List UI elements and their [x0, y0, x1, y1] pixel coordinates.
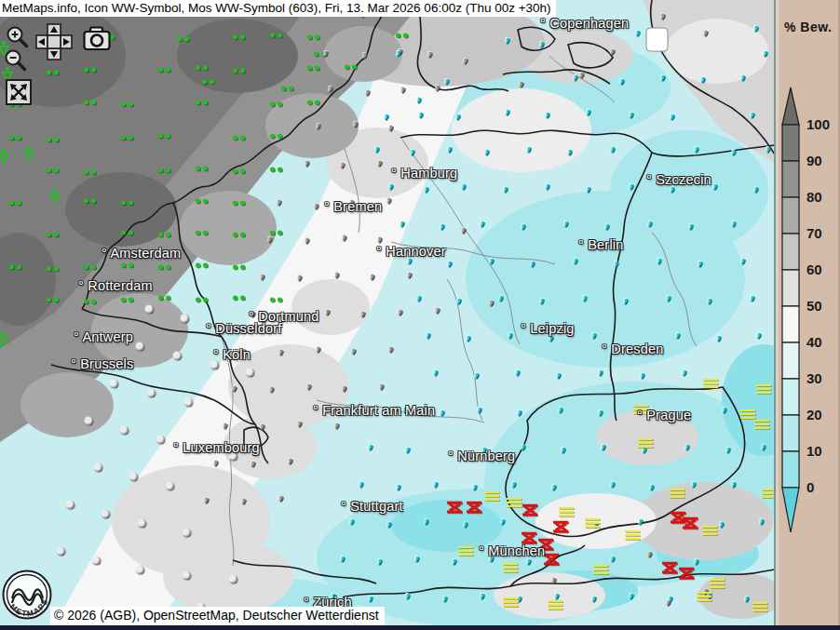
colorbar-top-tip: [782, 87, 799, 125]
colorbar-segment: [782, 161, 799, 197]
snapshot-button[interactable]: [83, 26, 111, 51]
metmaps-app: ° Copenhagen° Hamburg° Szczecin° Bremen°…: [0, 0, 840, 630]
colorbar-segment: [782, 270, 799, 306]
arrow-pad-icon: [35, 23, 73, 60]
colorbar-tick-label: 100: [806, 116, 830, 132]
colorbar-segment: [782, 197, 799, 234]
colorbar-tick-label: 50: [806, 298, 822, 314]
colorbar-segment: [782, 306, 799, 342]
colorbar-segment: [782, 379, 799, 415]
colorbar-segment: [782, 125, 799, 161]
zoom-out-button[interactable]: [4, 48, 28, 73]
colorbar-tick-label: 40: [806, 334, 822, 350]
magnifier-minus-icon: [4, 48, 28, 73]
colorbar-segment: [782, 234, 799, 270]
title-bar: MetMaps.info, Icon WW-Symbol, Mos WW-Sym…: [0, 0, 556, 17]
cloud-cover-shading: [0, 0, 775, 630]
colorbar-bottom-tip: [782, 488, 799, 532]
magnifier-plus-icon: [6, 25, 30, 49]
pan-control[interactable]: [35, 23, 73, 60]
attribution-bar[interactable]: © 2026 (AGB), OpenStreetMap, Deutscher W…: [50, 607, 385, 625]
expand-arrows-icon: [6, 79, 32, 105]
colorbar-segment: [782, 451, 799, 488]
colorbar-segment: [782, 342, 799, 379]
colorbar-tick-label: 10: [806, 443, 822, 459]
colorbar-tick-label: 70: [806, 225, 822, 241]
colorbar-tick-label: 80: [806, 189, 822, 205]
map-canvas[interactable]: [0, 0, 775, 630]
colorbar-tick-label: 0: [806, 479, 814, 495]
fullscreen-button[interactable]: [6, 79, 32, 105]
bottom-bar: [0, 625, 840, 630]
legend-title: % Bew.: [784, 20, 833, 34]
metmaps-logo: METMAPS: [1, 569, 53, 623]
colorbar-tick-label: 20: [806, 407, 822, 422]
colorbar: 1009080706050403020100: [776, 86, 839, 538]
legend-panel: % Bew. 1009080706050403020100: [774, 0, 840, 625]
colorbar-tick-label: 60: [806, 261, 822, 277]
colorbar-segment: [782, 415, 799, 451]
camera-icon: [83, 26, 111, 51]
colorbar-tick-label: 90: [806, 153, 822, 168]
zoom-in-button[interactable]: [6, 25, 30, 49]
map-marker-box: [646, 28, 668, 51]
colorbar-tick-label: 30: [806, 370, 822, 386]
